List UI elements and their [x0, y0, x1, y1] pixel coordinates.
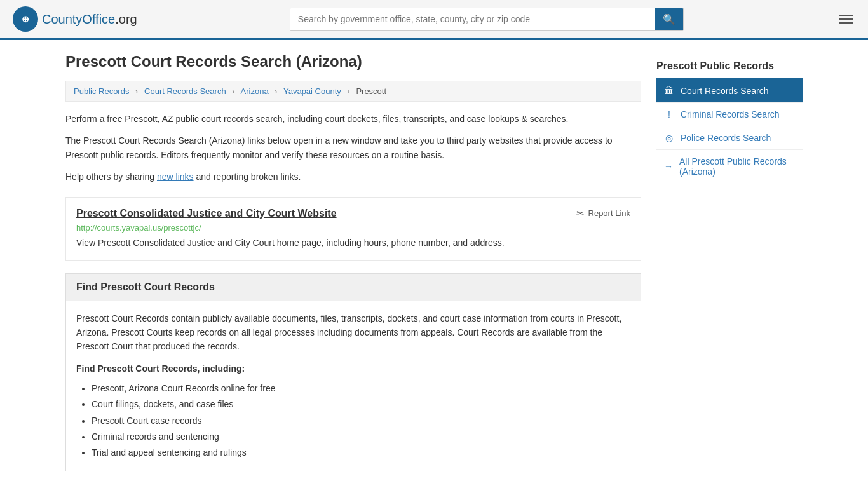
search-button[interactable]: 🔍: [655, 8, 683, 30]
result-description: View Prescott Consolidated Justice and C…: [76, 236, 630, 250]
site-logo-text: CountyOffice.org: [42, 12, 137, 27]
result-title[interactable]: Prescott Consolidated Justice and City C…: [76, 208, 337, 219]
court-icon: 🏛: [664, 86, 674, 96]
sidebar-item-police-records[interactable]: ◎ Police Records Search: [656, 126, 803, 150]
report-link-label: Report Link: [588, 208, 630, 218]
breadcrumb-sep-4: ›: [347, 86, 349, 96]
find-records-body: Prescott Court Records contain publicly …: [66, 301, 641, 471]
result-card: Prescott Consolidated Justice and City C…: [65, 197, 641, 261]
find-records-list-label: Find Prescott Court Records, including:: [76, 362, 630, 376]
new-links-link[interactable]: new links: [157, 172, 194, 182]
criminal-icon: !: [664, 109, 674, 119]
find-records-section: Find Prescott Court Records Prescott Cou…: [65, 273, 641, 472]
list-item: Prescott, Arizona Court Records online f…: [92, 381, 630, 396]
main-container: Prescott Court Records Search (Arizona) …: [53, 40, 815, 484]
intro-para-3-suffix: and reporting broken links.: [194, 172, 301, 182]
intro-para-3: Help others by sharing new links and rep…: [65, 170, 641, 184]
sidebar-item-court-records-label: Court Records Search: [681, 86, 769, 96]
intro-para-3-prefix: Help others by sharing: [65, 172, 157, 182]
list-item: Criminal records and sentencing: [92, 429, 630, 445]
find-records-heading: Find Prescott Court Records: [66, 274, 641, 301]
report-icon: ✂: [576, 208, 585, 219]
hamburger-menu-button[interactable]: [836, 12, 855, 26]
svg-text:⊕: ⊕: [22, 14, 29, 24]
find-records-para: Prescott Court Records contain publicly …: [76, 311, 630, 354]
sidebar-item-police-records-label: Police Records Search: [681, 133, 771, 143]
search-area: 🔍: [290, 8, 684, 31]
menu-bar-2: [839, 18, 853, 20]
breadcrumb-sep-1: ›: [135, 86, 138, 96]
find-records-list: Prescott, Arizona Court Records online f…: [76, 381, 630, 461]
list-item: Prescott Court case records: [92, 413, 630, 429]
report-link[interactable]: ✂ Report Link: [576, 208, 630, 219]
sidebar-all-records-link[interactable]: → All Prescott Public Records (Arizona): [656, 150, 803, 183]
breadcrumb-yavapai-county[interactable]: Yavapai County: [283, 86, 341, 96]
breadcrumb: Public Records › Court Records Search › …: [65, 81, 641, 102]
breadcrumb-court-records-search[interactable]: Court Records Search: [144, 86, 226, 96]
breadcrumb-arizona[interactable]: Arizona: [241, 86, 269, 96]
site-header: ⊕ CountyOffice.org 🔍: [0, 0, 868, 40]
breadcrumb-sep-2: ›: [232, 86, 234, 96]
page-title: Prescott Court Records Search (Arizona): [65, 53, 641, 71]
breadcrumb-public-records[interactable]: Public Records: [74, 86, 129, 96]
police-icon: ◎: [664, 133, 674, 143]
result-url[interactable]: http://courts.yavapai.us/prescottjc/: [76, 223, 630, 233]
logo-area: ⊕ CountyOffice.org: [13, 6, 137, 32]
menu-bar-3: [839, 22, 853, 24]
sidebar: Prescott Public Records 🏛 Court Records …: [656, 53, 803, 471]
search-wrapper: 🔍: [290, 8, 684, 31]
breadcrumb-prescott: Prescott: [356, 86, 386, 96]
search-icon: 🔍: [663, 14, 675, 25]
sidebar-all-records-label: All Prescott Public Records (Arizona): [679, 156, 795, 177]
arrow-right-icon: →: [664, 161, 673, 172]
intro-para-1: Perform a free Prescott, AZ public court…: [65, 112, 641, 126]
list-item: Court filings, dockets, and case files: [92, 396, 630, 412]
sidebar-item-criminal-records-label: Criminal Records Search: [681, 109, 780, 119]
menu-bar-1: [839, 15, 853, 16]
intro-para-2: The Prescott Court Records Search (Arizo…: [65, 133, 641, 162]
list-item: Trial and appeal sentencing and rulings: [92, 445, 630, 461]
sidebar-item-court-records[interactable]: 🏛 Court Records Search: [656, 79, 803, 103]
main-content: Prescott Court Records Search (Arizona) …: [65, 53, 641, 471]
breadcrumb-sep-3: ›: [275, 86, 277, 96]
result-header: Prescott Consolidated Justice and City C…: [76, 208, 630, 219]
sidebar-title: Prescott Public Records: [656, 53, 803, 79]
site-logo-icon: ⊕: [13, 6, 38, 32]
search-input[interactable]: [290, 8, 655, 30]
sidebar-item-criminal-records[interactable]: ! Criminal Records Search: [656, 103, 803, 126]
